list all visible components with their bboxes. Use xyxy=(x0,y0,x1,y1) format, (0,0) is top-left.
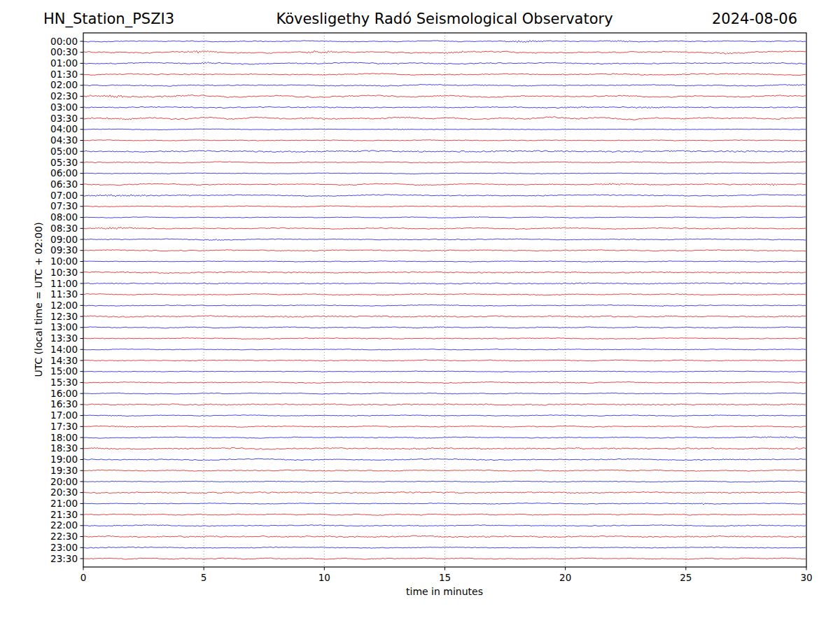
y-tick-label-00:30: 00:30 xyxy=(50,46,78,57)
y-tick-label-19:00: 19:00 xyxy=(50,454,78,465)
trace-row-04:30 xyxy=(83,140,806,141)
trace-row-13:00 xyxy=(83,327,806,328)
trace-row-10:30 xyxy=(83,272,806,274)
trace-row-08:30 xyxy=(83,227,806,229)
trace-row-17:00 xyxy=(83,415,806,416)
y-tick-label-13:30: 13:30 xyxy=(50,332,78,344)
y-tick-label-20:00: 20:00 xyxy=(50,476,78,487)
y-tick-label-14:00: 14:00 xyxy=(50,344,78,355)
y-tick-label-02:30: 02:30 xyxy=(50,90,78,102)
trace-row-05:30 xyxy=(83,162,806,163)
y-tick-label-18:30: 18:30 xyxy=(50,442,78,454)
trace-row-20:00 xyxy=(83,481,806,482)
y-tick-label-11:30: 11:30 xyxy=(50,288,78,300)
trace-row-05:00 xyxy=(83,150,806,153)
trace-row-22:30 xyxy=(83,536,806,538)
y-tick-label-03:30: 03:30 xyxy=(50,113,78,124)
y-tick-label-23:30: 23:30 xyxy=(50,553,78,564)
y-tick-label-02:00: 02:00 xyxy=(50,79,78,90)
station-title: HN_Station_PSZI3 xyxy=(43,10,174,27)
trace-row-00:00 xyxy=(83,41,806,43)
y-tick-label-04:00: 04:00 xyxy=(50,123,78,134)
y-tick-label-00:00: 00:00 xyxy=(50,36,78,47)
y-tick-label-20:30: 20:30 xyxy=(50,486,78,498)
y-tick-label-21:30: 21:30 xyxy=(50,509,78,520)
observatory-title: Kövesligethy Radó Seismological Observat… xyxy=(276,10,612,27)
x-tick-label-5: 5 xyxy=(201,572,207,583)
y-tick-label-22:00: 22:00 xyxy=(50,519,78,531)
y-tick-label-09:30: 09:30 xyxy=(50,244,78,255)
y-tick-label-15:00: 15:00 xyxy=(50,365,78,377)
trace-row-12:00 xyxy=(83,304,806,306)
y-tick-label-10:30: 10:30 xyxy=(50,267,78,278)
trace-row-18:30 xyxy=(83,447,806,449)
trace-row-13:30 xyxy=(83,338,806,340)
trace-row-01:00 xyxy=(83,62,806,65)
y-tick-label-16:30: 16:30 xyxy=(50,398,78,410)
y-tick-label-16:00: 16:00 xyxy=(50,388,78,399)
y-tick-label-08:30: 08:30 xyxy=(50,223,78,234)
trace-row-14:00 xyxy=(83,349,806,350)
x-tick-label-0: 0 xyxy=(80,572,87,583)
y-tick-label-03:00: 03:00 xyxy=(50,102,78,113)
trace-row-03:00 xyxy=(83,106,806,108)
x-tick-label-15: 15 xyxy=(439,572,451,583)
y-tick-label-11:00: 11:00 xyxy=(50,278,78,289)
y-tick-label-14:30: 14:30 xyxy=(50,355,78,366)
trace-row-21:00 xyxy=(83,503,806,504)
y-tick-label-17:00: 17:00 xyxy=(50,410,78,421)
y-tick-label-15:30: 15:30 xyxy=(50,377,78,388)
trace-row-19:30 xyxy=(83,470,806,471)
trace-row-09:00 xyxy=(83,239,806,241)
y-tick-label-13:00: 13:00 xyxy=(50,321,78,332)
trace-row-06:30 xyxy=(83,183,806,186)
y-tick-label-04:30: 04:30 xyxy=(50,134,78,146)
y-axis-label: UTC (local time = UTC + 02:00) xyxy=(33,222,44,377)
trace-row-15:00 xyxy=(83,371,806,372)
trace-row-06:00 xyxy=(83,173,806,174)
trace-row-10:00 xyxy=(83,261,806,262)
y-tick-label-05:00: 05:00 xyxy=(50,146,78,157)
x-tick-label-10: 10 xyxy=(318,572,330,583)
trace-row-23:00 xyxy=(83,547,806,548)
trace-row-23:30 xyxy=(83,558,806,559)
trace-row-00:30 xyxy=(83,50,806,54)
y-tick-label-08:00: 08:00 xyxy=(50,211,78,223)
x-tick-label-20: 20 xyxy=(559,572,571,583)
y-tick-label-19:30: 19:30 xyxy=(50,465,78,476)
date-title: 2024-08-06 xyxy=(712,10,797,27)
trace-row-12:30 xyxy=(83,316,806,318)
trace-row-15:30 xyxy=(83,382,806,383)
trace-row-19:00 xyxy=(83,458,806,461)
x-tick-label-30: 30 xyxy=(800,572,812,583)
trace-row-08:00 xyxy=(83,216,806,218)
seismogram-plot: 05101520253000:0000:3001:0001:3002:0002:… xyxy=(0,0,840,630)
trace-row-17:30 xyxy=(83,426,806,427)
y-tick-label-05:30: 05:30 xyxy=(50,157,78,168)
trace-row-02:00 xyxy=(83,84,806,86)
y-tick-label-17:30: 17:30 xyxy=(50,421,78,432)
helicorder-figure: HN_Station_PSZI3 Kövesligethy Radó Seism… xyxy=(0,0,840,630)
y-tick-label-23:00: 23:00 xyxy=(50,542,78,553)
y-tick-label-21:00: 21:00 xyxy=(50,498,78,509)
trace-row-11:00 xyxy=(83,283,806,284)
y-tick-label-01:30: 01:30 xyxy=(50,69,78,80)
trace-row-14:30 xyxy=(83,360,806,361)
y-tick-label-22:30: 22:30 xyxy=(50,531,78,542)
trace-row-09:30 xyxy=(83,250,806,251)
x-tick-label-25: 25 xyxy=(680,572,692,583)
trace-row-04:00 xyxy=(83,129,806,130)
y-tick-label-10:00: 10:00 xyxy=(50,255,78,267)
trace-row-22:00 xyxy=(83,525,806,526)
trace-row-21:30 xyxy=(83,514,806,515)
trace-row-07:30 xyxy=(83,206,806,207)
trace-row-18:00 xyxy=(83,437,806,439)
x-axis-label: time in minutes xyxy=(406,586,483,597)
y-tick-label-09:00: 09:00 xyxy=(50,234,78,245)
trace-row-07:00 xyxy=(83,195,806,197)
trace-row-02:30 xyxy=(83,95,806,98)
trace-row-03:30 xyxy=(83,117,806,120)
trace-row-16:00 xyxy=(83,393,806,394)
y-tick-label-01:00: 01:00 xyxy=(50,57,78,69)
y-tick-label-06:00: 06:00 xyxy=(50,167,78,178)
